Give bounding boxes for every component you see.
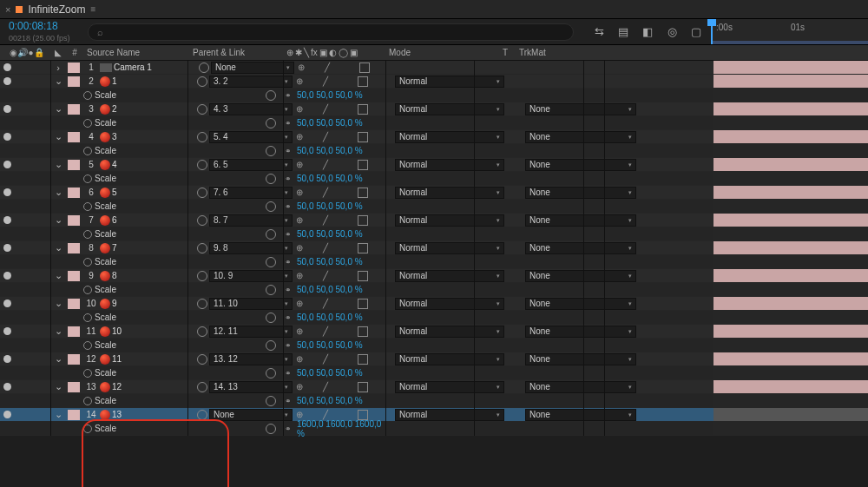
- label-color[interactable]: [68, 382, 80, 392]
- scale-value[interactable]: 50,0 50,0 50,0 %: [297, 396, 363, 405]
- mode-dropdown[interactable]: Normal▾: [395, 270, 504, 282]
- link-icon[interactable]: ⚭: [285, 341, 292, 350]
- t-col-head[interactable]: T: [495, 48, 516, 57]
- parent-dropdown[interactable]: 6. 5▾: [209, 159, 293, 171]
- parent-dropdown[interactable]: 13. 12▾: [209, 353, 293, 365]
- layer-name[interactable]: 3: [110, 132, 197, 141]
- property-track[interactable]: [713, 227, 868, 241]
- parent-dropdown[interactable]: 4. 3▾: [209, 103, 293, 115]
- property-track[interactable]: [713, 366, 868, 380]
- source-col-head[interactable]: Source Name: [83, 48, 187, 57]
- scale-value[interactable]: 50,0 50,0 50,0 %: [297, 229, 363, 239]
- stopwatch-icon[interactable]: [83, 174, 92, 183]
- current-timecode[interactable]: 0:00:08:18: [9, 20, 82, 32]
- 3d-sw[interactable]: [358, 188, 368, 198]
- layer-bar[interactable]: [713, 130, 868, 144]
- quality-sw[interactable]: ╱: [323, 215, 328, 225]
- mode-dropdown[interactable]: Normal▾: [395, 298, 504, 310]
- 3d-sw[interactable]: [359, 63, 370, 73]
- stopwatch-icon[interactable]: [83, 424, 92, 433]
- visibility-toggle[interactable]: [3, 105, 11, 113]
- search-input[interactable]: [88, 23, 574, 41]
- quality-sw[interactable]: ╱: [323, 76, 328, 86]
- scale-value[interactable]: 1600,0 1600,0 1600,0 %: [297, 419, 384, 438]
- expression-pickwhip-icon[interactable]: [266, 257, 276, 267]
- stopwatch-icon[interactable]: [83, 91, 92, 100]
- quality-sw[interactable]: ╱: [323, 299, 328, 308]
- 3d-sw[interactable]: [358, 326, 368, 337]
- link-icon[interactable]: ⚭: [285, 174, 292, 183]
- property-track[interactable]: [713, 339, 868, 352]
- layer-bar[interactable]: [713, 75, 868, 89]
- link-icon[interactable]: ⚭: [285, 119, 292, 128]
- draft3d-icon[interactable]: ▤: [615, 24, 631, 40]
- layer-name[interactable]: 13: [110, 410, 197, 419]
- property-track[interactable]: [713, 394, 868, 408]
- stopwatch-icon[interactable]: [83, 369, 92, 378]
- collapse-sw[interactable]: ⊕: [296, 299, 303, 308]
- layer-bar[interactable]: [713, 269, 868, 283]
- expression-pickwhip-icon[interactable]: [266, 285, 276, 295]
- layer-bar[interactable]: [713, 297, 868, 311]
- label-color[interactable]: [68, 104, 80, 115]
- frame-blend-icon[interactable]: ◎: [664, 24, 680, 40]
- link-icon[interactable]: ⚭: [285, 258, 292, 267]
- link-icon[interactable]: ⚭: [285, 230, 292, 239]
- label-color[interactable]: [68, 326, 80, 337]
- property-track[interactable]: [713, 144, 868, 158]
- 3d-sw[interactable]: [358, 243, 368, 253]
- link-icon[interactable]: ⚭: [285, 397, 292, 405]
- pickwhip-icon[interactable]: [197, 76, 207, 87]
- layer-bar[interactable]: [713, 102, 868, 116]
- motion-blur-icon[interactable]: ▢: [688, 24, 704, 40]
- layer-bar[interactable]: [713, 186, 868, 200]
- panel-title[interactable]: InfiniteZoom: [28, 3, 85, 16]
- layer-name[interactable]: 6: [110, 215, 197, 225]
- layer-name[interactable]: 7: [110, 243, 197, 253]
- trkmat-dropdown[interactable]: None▾: [525, 270, 636, 282]
- link-icon[interactable]: ⚭: [285, 91, 292, 100]
- layer-name[interactable]: 5: [110, 188, 197, 197]
- trkmat-dropdown[interactable]: None▾: [525, 409, 636, 421]
- property-track[interactable]: [713, 255, 868, 269]
- trkmat-col-head[interactable]: TrkMat: [516, 48, 627, 57]
- visibility-toggle[interactable]: [3, 299, 11, 307]
- twirl-cell[interactable]: ⌄: [50, 159, 66, 170]
- link-icon[interactable]: ⚭: [285, 313, 292, 322]
- mode-dropdown[interactable]: Normal▾: [395, 131, 504, 143]
- video-col-icon[interactable]: ◉: [10, 48, 17, 57]
- 3d-sw[interactable]: [358, 132, 368, 142]
- visibility-toggle[interactable]: [3, 77, 11, 85]
- parent-dropdown[interactable]: 10. 9▾: [209, 270, 293, 282]
- mode-dropdown[interactable]: Normal▾: [395, 214, 504, 227]
- visibility-toggle[interactable]: [3, 161, 11, 168]
- pickwhip-icon[interactable]: [199, 63, 209, 73]
- mode-dropdown[interactable]: Normal▾: [395, 76, 504, 88]
- mode-dropdown[interactable]: Normal▾: [395, 381, 504, 393]
- 3d-sw[interactable]: [358, 160, 368, 170]
- trkmat-dropdown[interactable]: None▾: [525, 187, 636, 199]
- layer-name[interactable]: 1: [110, 76, 197, 86]
- expression-pickwhip-icon[interactable]: [266, 313, 276, 323]
- trkmat-dropdown[interactable]: None▾: [525, 242, 636, 254]
- collapse-sw[interactable]: ⊕: [296, 382, 303, 392]
- collapse-sw[interactable]: ⊕: [296, 188, 303, 197]
- pickwhip-icon[interactable]: [197, 243, 207, 253]
- label-color[interactable]: [68, 76, 80, 87]
- parent-dropdown[interactable]: 11. 10▾: [209, 298, 293, 310]
- scale-value[interactable]: 50,0 50,0 50,0 %: [297, 368, 363, 378]
- scale-value[interactable]: 50,0 50,0 50,0 %: [297, 313, 363, 322]
- twirl-cell[interactable]: ⌄: [50, 187, 66, 198]
- twirl-cell[interactable]: ›: [50, 63, 66, 73]
- property-track[interactable]: [713, 200, 868, 214]
- property-track[interactable]: [713, 89, 868, 102]
- layer-name[interactable]: 2: [110, 104, 197, 114]
- expression-pickwhip-icon[interactable]: [266, 396, 276, 406]
- mode-dropdown[interactable]: Normal▾: [395, 409, 504, 421]
- property-track[interactable]: [713, 422, 868, 436]
- twirl-cell[interactable]: ⌄: [50, 326, 66, 337]
- visibility-toggle[interactable]: [3, 188, 11, 196]
- layer-bar[interactable]: [713, 352, 868, 366]
- collapse-sw[interactable]: ⊕: [296, 243, 303, 253]
- layer-bar[interactable]: [713, 380, 868, 394]
